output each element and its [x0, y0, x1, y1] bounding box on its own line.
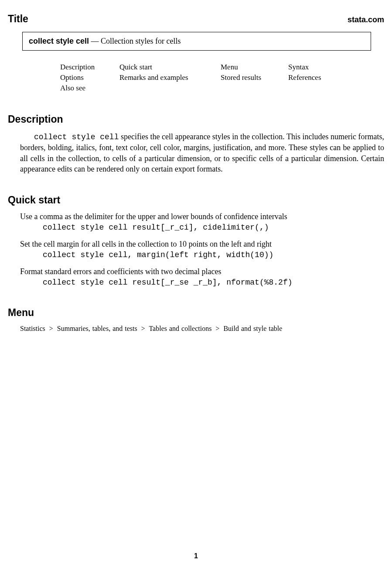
toc-link-description[interactable]: Description — [60, 62, 119, 72]
toc-link-menu[interactable]: Menu — [221, 62, 288, 72]
toc-link-also-see[interactable]: Also see — [60, 83, 119, 93]
section-heading-quick-start: Quick start — [8, 194, 384, 206]
toc-empty — [288, 83, 349, 93]
section-heading-description: Description — [8, 113, 384, 125]
page-number: 1 — [0, 552, 392, 560]
quick-start-item: Set the cell margin for all cells in the… — [20, 240, 384, 259]
quick-start-item: Use a comma as the delimiter for the upp… — [20, 212, 384, 232]
toc: Description Quick start Menu Syntax Opti… — [60, 62, 384, 93]
quick-start-code: collect style cell, margin(left right, w… — [43, 251, 384, 259]
quick-start-item: Format standard errors and coefficients … — [20, 267, 384, 287]
toc-row: Also see — [60, 83, 384, 93]
menu-segment: Statistics — [20, 325, 45, 332]
quick-start-text: Set the cell margin for all cells in the… — [20, 240, 384, 249]
toc-empty — [119, 83, 221, 93]
toc-row: Description Quick start Menu Syntax — [60, 62, 384, 72]
title-sep: — — [89, 37, 101, 45]
quick-start-text: Format standard errors and coefficients … — [20, 267, 384, 276]
section-heading-menu: Menu — [8, 307, 384, 319]
title-subtitle: Collection styles for cells — [101, 37, 181, 45]
toc-link-remarks[interactable]: Remarks and examples — [119, 72, 221, 83]
site-link[interactable]: stata.com — [348, 15, 384, 24]
toc-link-references[interactable]: References — [288, 72, 349, 83]
quick-start-code: collect style cell result[_r_se _r_b], n… — [43, 278, 384, 287]
chevron-right-icon: > — [140, 325, 147, 332]
header-row: Title stata.com — [8, 13, 384, 25]
page-title: Title — [8, 13, 28, 25]
description-paragraph: collect style cell specifies the cell ap… — [20, 131, 384, 174]
menu-segment: Tables and collections — [149, 325, 211, 332]
toc-link-stored-results[interactable]: Stored results — [221, 72, 288, 83]
menu-segment: Summaries, tables, and tests — [57, 325, 137, 332]
toc-link-options[interactable]: Options — [60, 72, 119, 83]
toc-link-quick-start[interactable]: Quick start — [119, 62, 221, 72]
menu-segment: Build and style table — [223, 325, 282, 332]
toc-link-syntax[interactable]: Syntax — [288, 62, 349, 72]
chevron-right-icon: > — [214, 325, 221, 332]
toc-empty — [221, 83, 288, 93]
quick-start-text: Use a comma as the delimiter for the upp… — [20, 212, 384, 221]
quick-start-code: collect style cell result[_r_ci], cideli… — [43, 223, 384, 232]
title-command: collect style cell — [29, 37, 89, 45]
description-code: collect style cell — [34, 133, 119, 141]
menu-path: Statistics > Summaries, tables, and test… — [20, 325, 384, 333]
title-box: collect style cell — Collection styles f… — [22, 32, 371, 51]
chevron-right-icon: > — [48, 325, 55, 332]
toc-row: Options Remarks and examples Stored resu… — [60, 72, 384, 83]
